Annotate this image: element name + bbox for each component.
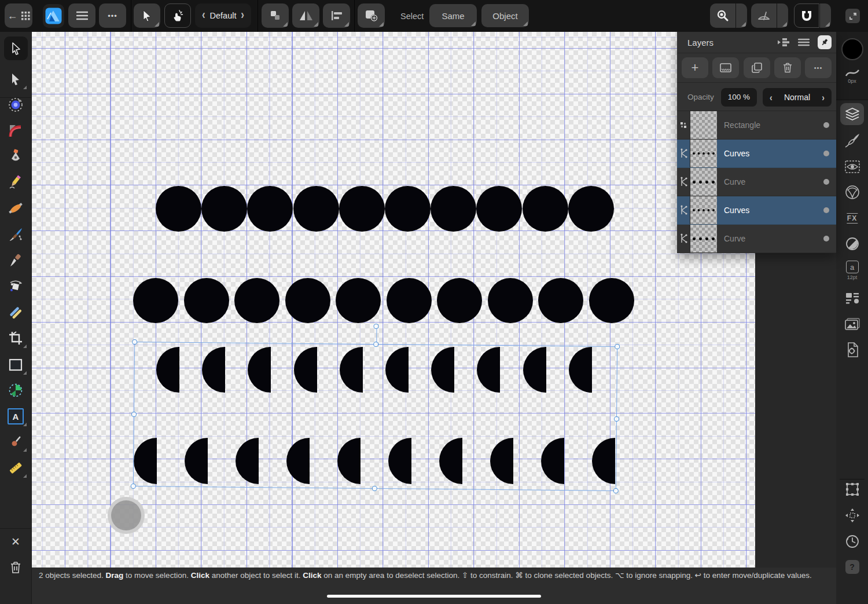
shape-circle[interactable] [385,186,431,232]
stroke-panel-button[interactable]: 0px [845,68,860,84]
handle-bottom-left[interactable] [131,484,136,489]
crop-tool-icon[interactable] [7,330,24,347]
shape-circle[interactable] [523,186,568,232]
close-icon[interactable]: ✕ [7,533,24,550]
shape-circle[interactable] [568,186,614,232]
shape-circle[interactable] [589,278,634,323]
shape-circle[interactable] [201,186,247,232]
history-panel-button[interactable] [845,535,859,548]
profile-selector[interactable]: ‹ Default › [195,3,251,28]
panel-position-button[interactable] [777,38,790,47]
shape-circle[interactable] [184,278,229,323]
handle-bottom-right[interactable] [613,488,619,493]
pencil-tool-icon[interactable] [7,174,24,191]
node-tool-icon[interactable] [7,277,24,295]
smooth-tool-icon[interactable] [7,304,24,321]
corner-tool-icon[interactable] [7,122,24,139]
duplicate-layer-button[interactable] [744,57,770,78]
layer-name[interactable]: Rectangle [724,120,823,130]
handle-top-right[interactable] [615,344,620,349]
shape-circle[interactable] [431,186,476,232]
chevron-right-icon[interactable]: › [241,9,244,23]
layer-thumbnail[interactable] [690,196,717,224]
layer-row[interactable]: Curve [677,225,836,253]
layer-thumbnail[interactable] [690,168,717,196]
select-tool-button[interactable] [4,36,28,60]
character-panel-button[interactable]: a 12pt [846,261,859,280]
layer-visibility-dot[interactable] [823,179,829,185]
move-tool-icon[interactable] [7,71,24,88]
shape-circle[interactable] [133,278,178,323]
shape-circle[interactable] [488,278,533,323]
select-object-button[interactable]: Object [481,4,529,27]
flip-button[interactable] [292,3,319,28]
shape-circle[interactable] [234,278,279,323]
more-options-button[interactable]: ••• [99,3,126,28]
select-same-button[interactable]: Same [429,4,477,27]
layer-visibility-dot[interactable] [823,207,829,213]
pen-tool-icon[interactable] [7,148,24,165]
delete-layer-button[interactable] [774,57,801,78]
view-mode-button[interactable] [751,3,777,28]
point-transform-tool-icon[interactable] [7,96,24,114]
home-indicator[interactable] [327,595,541,598]
shape-circle[interactable] [538,278,583,323]
snapping-options-button[interactable] [820,3,831,28]
adjustments-panel-button[interactable] [845,160,860,173]
touch-gesture-button[interactable] [164,3,191,28]
layer-options-button[interactable]: ••• [805,57,832,78]
delete-icon[interactable] [7,559,24,576]
rectangle-tool-icon[interactable] [7,356,24,374]
shape-circle[interactable] [247,186,293,232]
handle-top-left[interactable] [132,339,137,345]
transparency-panel-button[interactable] [845,237,859,251]
pointer-mode-button[interactable] [134,3,160,28]
handle-top-mid[interactable] [373,342,378,347]
layer-thumbnail[interactable] [690,140,717,167]
handle-bottom-mid[interactable] [372,486,377,491]
handle-left-mid[interactable] [131,411,137,416]
chevron-left-icon[interactable]: ‹ [770,91,773,103]
zoom-button[interactable] [710,3,735,28]
shape-circle[interactable] [387,278,432,323]
view-options-button[interactable] [777,3,788,28]
layer-visibility-dot[interactable] [823,236,829,241]
text-tool-icon[interactable]: A [7,408,24,425]
shape-circle[interactable] [293,186,339,232]
shape-circle[interactable] [339,186,385,232]
snapping-button[interactable] [794,3,819,28]
layer-name[interactable]: Curves [724,206,823,215]
color-swatch[interactable] [841,38,863,60]
fx-panel-button[interactable]: FX [847,213,858,224]
layer-name[interactable]: Curve [724,177,823,186]
shape-circle[interactable] [156,186,201,232]
canvas[interactable] [32,32,755,568]
layer-visibility-dot[interactable] [823,122,829,128]
help-button[interactable]: ? [845,560,859,574]
back-home-button[interactable]: ← [5,3,32,28]
flood-select-tool-icon[interactable] [7,382,24,399]
panel-pin-button[interactable] [818,35,832,49]
fullscreen-button[interactable] [845,9,860,23]
arrange-button[interactable] [262,3,289,28]
main-menu-button[interactable] [68,3,95,28]
chevron-left-icon[interactable]: ‹ [202,9,205,23]
mask-button[interactable] [712,57,739,78]
chevron-right-icon[interactable]: › [822,91,825,103]
layer-row[interactable]: Curves [677,196,836,225]
handle-right-mid[interactable] [614,416,619,421]
knife-tool-icon[interactable] [7,252,24,269]
layer-row[interactable]: Rectangle [677,111,836,140]
color-picker-tool-icon[interactable] [7,433,24,451]
layer-name[interactable]: Curves [724,149,823,158]
paragraph-panel-button[interactable] [845,292,859,304]
navigator-panel-button[interactable] [845,508,860,523]
shape-circle[interactable] [285,278,330,323]
selection-bounding-box[interactable] [133,342,617,491]
layer-name[interactable]: Curve [724,234,823,243]
blend-mode-selector[interactable]: ‹ Normal › [763,88,832,107]
align-button[interactable] [323,3,350,28]
shape-circle[interactable] [476,186,522,232]
layer-row[interactable]: Curve [677,168,836,196]
shape-circle[interactable] [336,278,381,323]
